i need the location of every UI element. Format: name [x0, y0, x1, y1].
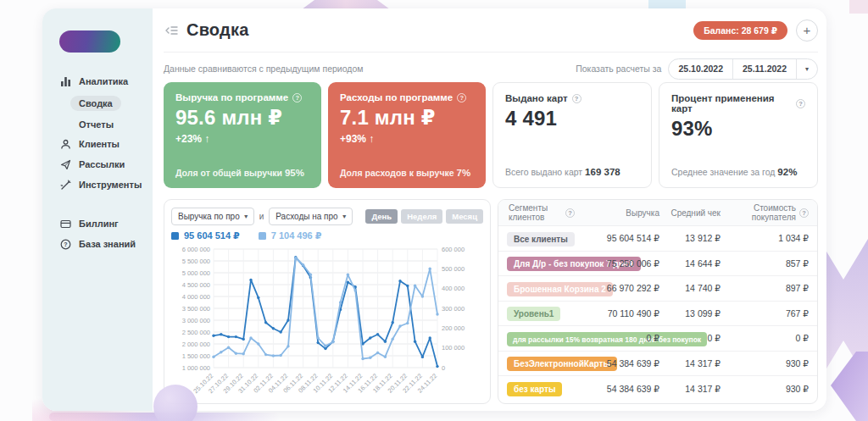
nav-divider: [42, 195, 153, 213]
kpi-title: Выручка по программе: [175, 92, 288, 102]
sidebar-collapse-icon[interactable]: [165, 25, 178, 36]
segment-cell: Все клиенты: [507, 230, 575, 247]
select-joiner: и: [259, 212, 264, 221]
table-row[interactable]: БезЭлектроннойКарты54 384 639 ₽14 317 ₽9…: [498, 352, 817, 377]
sidebar-item-billing[interactable]: Биллинг: [42, 213, 153, 234]
svg-text:0: 0: [442, 364, 445, 372]
person-icon: [59, 138, 71, 150]
avg-check-value: 14 644 ₽: [659, 258, 721, 269]
kpi-delta: +93% ↑: [340, 133, 474, 145]
kpi-delta: +23% ↑: [175, 133, 309, 145]
bar-chart-icon: [59, 75, 71, 87]
kpi-footer: Доля расходов к выручке 7%: [340, 168, 474, 178]
period-button-day[interactable]: День: [365, 209, 398, 224]
segment-cell: для рассылки 15% возвратная 180 дней без…: [507, 330, 575, 347]
decor-corner: [849, 0, 868, 14]
legend-revenue: 95 604 514 ₽: [171, 230, 240, 241]
svg-text:1 000 000: 1 000 000: [182, 364, 210, 372]
segment-badge[interactable]: без карты: [507, 382, 562, 396]
sidebar-item-label: Аналитика: [79, 76, 128, 86]
avg-check-value: 14 317 ₽: [659, 384, 721, 394]
chevron-down-icon: ▼: [243, 213, 249, 219]
column-cost: Стоимость покупателя?: [721, 203, 809, 222]
info-icon[interactable]: ?: [796, 99, 805, 108]
cost-value: 0 ₽: [721, 333, 809, 343]
svg-text:6 000 000: 6 000 000: [182, 246, 210, 253]
table-row[interactable]: Уровень170 110 490 ₽13 099 ₽767 ₽: [498, 302, 817, 327]
legend-swatch: [171, 232, 179, 240]
subheader-row: Данные сравниваются с предыдущим периодо…: [164, 56, 818, 81]
date-to-field[interactable]: 25.11.2022: [733, 64, 796, 74]
period-controls: Показать расчеты за 25.10.2022 25.11.202…: [576, 58, 818, 80]
cost-value: 930 ₽: [721, 358, 809, 368]
table-row[interactable]: для рассылки 15% возвратная 180 дней без…: [498, 326, 817, 352]
sidebar-item-label: Клиенты: [79, 139, 120, 149]
app-card: Аналитика Сводка Отчеты Клиенты Рассылки: [42, 8, 826, 411]
kpi-footer: Доля от общей выручки 95%: [175, 168, 309, 178]
table-row[interactable]: Для Д/р - без покупок 7 дней75 250 006 ₽…: [498, 252, 817, 277]
column-segments: Сегменты клиентов?: [509, 203, 575, 222]
svg-text:5 000 000: 5 000 000: [182, 269, 210, 277]
sidebar: Аналитика Сводка Отчеты Клиенты Рассылки: [42, 8, 153, 411]
kpi-card-expenses: Расходы по программе? 7.1 млн ₽ +93% ↑ Д…: [328, 82, 486, 188]
info-icon[interactable]: ?: [292, 93, 302, 102]
kpi-card-revenue: Выручка по программе? 95.6 млн ₽ +23% ↑ …: [164, 82, 321, 188]
sidebar-item-tools[interactable]: Инструменты: [42, 174, 153, 195]
revenue-value: 54 384 639 ₽: [575, 384, 659, 394]
legend-swatch: [259, 232, 266, 240]
add-button[interactable]: +: [796, 19, 818, 42]
table-row[interactable]: Все клиенты95 604 514 ₽13 912 ₽1 034 ₽: [498, 226, 817, 252]
svg-text:200 000: 200 000: [442, 324, 465, 332]
info-icon[interactable]: ?: [457, 93, 466, 102]
svg-text:3 000 000: 3 000 000: [182, 317, 210, 324]
segment-cell: без карты: [507, 380, 575, 396]
sidebar-nav: Аналитика Сводка Отчеты Клиенты Рассылки: [42, 71, 153, 254]
granularity-buttons: День Неделя Месяц: [365, 209, 483, 224]
metric-select-right[interactable]: Расходы на про▼: [269, 208, 352, 225]
table-row[interactable]: Брошенная Корзина 266 970 292 ₽14 740 ₽8…: [498, 276, 817, 302]
kpi-value: 7.1 млн ₽: [340, 106, 474, 130]
revenue-value: 70 110 490 ₽: [575, 308, 659, 319]
period-button-week[interactable]: Неделя: [401, 209, 442, 224]
segment-badge[interactable]: Уровень1: [507, 307, 560, 321]
avg-check-value: 13 099 ₽: [659, 308, 721, 319]
segment-cell: Уровень1: [507, 305, 575, 321]
sidebar-item-label: База знаний: [79, 239, 136, 249]
sidebar-item-analytics[interactable]: Аналитика: [42, 71, 153, 91]
metric-select-left[interactable]: Выручка по про▼: [171, 208, 254, 225]
credit-card-icon: [59, 218, 71, 230]
sidebar-item-reports[interactable]: Отчеты: [42, 115, 153, 134]
kpi-title: Выдано карт: [505, 93, 568, 103]
sidebar-item-summary[interactable]: Сводка: [42, 91, 153, 115]
table-header: Сегменты клиентов? Выручка Средний чек С…: [498, 200, 817, 226]
header-right: Баланс: 28 679 ₽ +: [693, 19, 818, 42]
svg-text:4 000 000: 4 000 000: [182, 293, 210, 301]
main-content: Сводка Баланс: 28 679 ₽ + Данные сравнив…: [153, 8, 826, 411]
tools-icon: [59, 179, 71, 191]
svg-text:2 000 000: 2 000 000: [182, 341, 210, 348]
svg-text:3 500 000: 3 500 000: [182, 305, 210, 313]
sidebar-item-clients[interactable]: Клиенты: [42, 134, 153, 154]
svg-text:2 500 000: 2 500 000: [182, 329, 210, 336]
sidebar-item-label: Рассылки: [79, 159, 125, 169]
compare-note: Данные сравниваются с предыдущим периодо…: [164, 64, 364, 74]
table-row[interactable]: без карты54 384 639 ₽14 317 ₽930 ₽: [498, 376, 817, 402]
revenue-expenses-chart: 6 000 0005 500 0005 000 0004 500 0004 00…: [171, 244, 483, 408]
chevron-down-icon[interactable]: ▾: [797, 59, 817, 79]
info-icon[interactable]: ?: [572, 94, 581, 103]
kpi-value: 4 491: [505, 107, 639, 130]
balance-badge[interactable]: Баланс: 28 679 ₽: [693, 21, 787, 40]
kpi-footer: Среднее значение за год 92%: [671, 167, 805, 177]
help-circle-icon: ?: [59, 238, 71, 250]
sidebar-item-knowledge-base[interactable]: ? База знаний: [42, 234, 153, 254]
date-from-field[interactable]: 25.10.2022: [669, 64, 732, 74]
svg-text:400 000: 400 000: [442, 285, 465, 292]
period-button-month[interactable]: Месяц: [446, 209, 483, 224]
legend-expenses: 7 104 496 ₽: [259, 230, 322, 241]
segment-badge[interactable]: Все клиенты: [507, 232, 575, 247]
info-icon[interactable]: ?: [565, 208, 575, 218]
table-body: Все клиенты95 604 514 ₽13 912 ₽1 034 ₽Дл…: [498, 226, 817, 402]
sidebar-item-mailings[interactable]: Рассылки: [42, 154, 153, 174]
send-icon: [59, 158, 71, 170]
info-icon[interactable]: ?: [799, 208, 809, 218]
